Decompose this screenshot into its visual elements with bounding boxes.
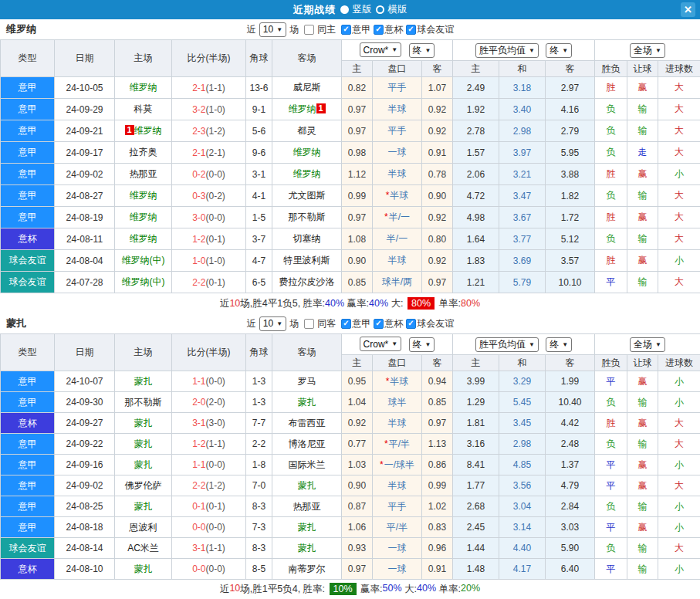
league-filter-checkbox[interactable] bbox=[374, 25, 384, 35]
bookmaker-select[interactable]: Crow*▼ bbox=[360, 42, 402, 57]
score-cell: 0-1(0-1) bbox=[172, 496, 246, 517]
fulltime-score: 1-2 bbox=[192, 234, 205, 245]
avg-away-odds: 3.88 bbox=[546, 164, 595, 185]
avg-home-odds: 2.68 bbox=[453, 496, 499, 517]
avg-draw-odds: 3.29 bbox=[499, 371, 546, 392]
vertical-layout-radio[interactable] bbox=[340, 5, 349, 14]
team-label: AC米兰 bbox=[127, 543, 159, 553]
team-label: 热那亚 bbox=[130, 168, 157, 179]
handicap-result-cell: 赢 bbox=[627, 517, 658, 538]
league-filter-checkbox[interactable] bbox=[341, 25, 351, 35]
avg-stage-value: 终 bbox=[550, 44, 559, 57]
avg-home-odds: 2.78 bbox=[453, 120, 499, 142]
handicap-stage-select[interactable]: 终▼ bbox=[409, 337, 435, 352]
fulltime-score: 2-3 bbox=[192, 126, 205, 137]
competition-badge: 球会友谊 bbox=[1, 250, 55, 272]
home-odds: 0.87 bbox=[342, 496, 373, 517]
line-label: 平手 bbox=[388, 125, 407, 136]
close-icon[interactable]: ✕ bbox=[681, 2, 695, 17]
competition-badge: 意甲 bbox=[1, 207, 55, 228]
corners-cell: 1-8 bbox=[246, 455, 272, 475]
competition-badge: 意杯 bbox=[1, 413, 55, 434]
col-header-corners: 角球 bbox=[246, 334, 272, 371]
league-filter-checkbox[interactable] bbox=[341, 319, 351, 329]
avg-stage-select[interactable]: 终▼ bbox=[546, 337, 572, 352]
col-header-away: 客场 bbox=[272, 334, 342, 371]
same-venue-checkbox[interactable] bbox=[304, 25, 314, 35]
handicap-result-cell: 赢 bbox=[627, 475, 658, 496]
match-date: 24-08-14 bbox=[55, 538, 115, 559]
competition-badge: 意甲 bbox=[1, 142, 55, 164]
league-filter-checkbox[interactable] bbox=[374, 319, 384, 329]
chevron-down-icon: ▼ bbox=[391, 340, 397, 347]
avg-home-odds: 1.48 bbox=[453, 559, 499, 580]
result-cell: 平 bbox=[595, 272, 627, 293]
chevron-down-icon: ▼ bbox=[655, 341, 661, 348]
same-venue-label: 同主 bbox=[317, 23, 336, 36]
summary-segment: 近 bbox=[220, 583, 230, 596]
scope-select[interactable]: 全场▼ bbox=[630, 337, 665, 352]
handicap-line: 一球 bbox=[373, 538, 422, 559]
fulltime-score: 0-3 bbox=[192, 191, 205, 201]
avg-odds-select[interactable]: 胜平负均值▼ bbox=[475, 43, 539, 58]
match-row: 意杯24-08-10蒙扎0-0(0-0)8-5南蒂罗尔0.97一球0.911.4… bbox=[1, 559, 700, 580]
handicap-line: 平手 bbox=[373, 496, 422, 517]
result-cell: 负 bbox=[595, 392, 627, 413]
col-header-date: 日期 bbox=[55, 334, 115, 371]
goals-result-cell: 小 bbox=[658, 517, 700, 538]
away-odds: 0.80 bbox=[422, 228, 453, 250]
goals-result-cell: 大 bbox=[658, 207, 700, 228]
home-odds: 0.99 bbox=[342, 185, 373, 207]
avg-away-odds: 10.40 bbox=[546, 392, 595, 413]
handicap-stage-select[interactable]: 终▼ bbox=[409, 43, 435, 58]
horizontal-layout-radio[interactable] bbox=[376, 5, 384, 14]
team-label: 佛罗伦萨 bbox=[125, 480, 162, 491]
avg-away-odds: 2.79 bbox=[546, 120, 595, 142]
team-label: 罗马 bbox=[298, 376, 316, 387]
corners-cell: 4-1 bbox=[246, 185, 272, 207]
same-venue-checkbox[interactable] bbox=[304, 319, 314, 329]
match-date: 24-08-04 bbox=[55, 250, 115, 272]
result-cell: 平 bbox=[595, 517, 627, 538]
avg-home-odds: 3.16 bbox=[453, 434, 499, 455]
summary-segment: 50% bbox=[383, 583, 402, 594]
halftime-score: (1-1) bbox=[206, 543, 225, 553]
competition-badge: 意甲 bbox=[1, 434, 55, 455]
handicap-result-cell: 输 bbox=[627, 559, 658, 580]
line-label: 平手 bbox=[388, 501, 407, 512]
away-odds: 0.92 bbox=[422, 250, 453, 272]
match-count-select[interactable]: 10▼ bbox=[259, 22, 286, 37]
line-label: 球半 bbox=[388, 397, 407, 408]
avg-away-odds: 3.03 bbox=[546, 517, 595, 538]
league-filter-checkbox[interactable] bbox=[406, 319, 416, 329]
match-count-select[interactable]: 10▼ bbox=[259, 316, 286, 331]
score-cell: 0-2(0-0) bbox=[172, 164, 246, 185]
home-team-cell: 维罗纳 bbox=[115, 228, 172, 250]
bookmaker-select[interactable]: Crow*▼ bbox=[360, 337, 402, 351]
chevron-down-icon: ▼ bbox=[655, 47, 661, 54]
match-count-value: 10 bbox=[263, 318, 273, 329]
corners-cell: 9-1 bbox=[246, 99, 272, 120]
away-odds: 0.83 bbox=[422, 517, 453, 538]
line-label: 半/一 bbox=[389, 212, 410, 222]
match-date: 24-08-10 bbox=[55, 559, 115, 580]
league-filter-checkbox[interactable] bbox=[406, 25, 416, 35]
corners-cell: 7-0 bbox=[246, 475, 272, 496]
handicap-result-cell: 输 bbox=[627, 434, 658, 455]
avg-stage-select[interactable]: 终▼ bbox=[546, 43, 572, 58]
handicap-dropdown-cell: Crow*▼ 终▼ bbox=[342, 334, 453, 355]
handicap-result-cell: 输 bbox=[627, 496, 658, 517]
avg-odds-select[interactable]: 胜平负均值▼ bbox=[475, 337, 539, 352]
match-row: 意杯24-09-27蒙扎3-1(3-0)7-7布雷西亚0.92半球0.971.8… bbox=[1, 413, 700, 434]
match-row: 意甲24-08-19维罗纳3-0(0-0)1-5那不勒斯0.97*半/一0.92… bbox=[1, 207, 700, 228]
col-header-cover: 让球 bbox=[627, 355, 658, 371]
avg-draw-odds: 2.98 bbox=[499, 120, 546, 142]
col-header-cover: 让球 bbox=[627, 61, 658, 77]
col-header-avg-home: 主 bbox=[453, 355, 499, 371]
handicap-line: 半球 bbox=[373, 475, 422, 496]
same-venue-label: 同客 bbox=[317, 317, 336, 330]
home-odds: 0.97 bbox=[342, 559, 373, 580]
scope-select[interactable]: 全场▼ bbox=[630, 43, 665, 58]
away-odds: 0.91 bbox=[422, 559, 453, 580]
away-team-cell: 特里波利斯 bbox=[272, 250, 342, 272]
